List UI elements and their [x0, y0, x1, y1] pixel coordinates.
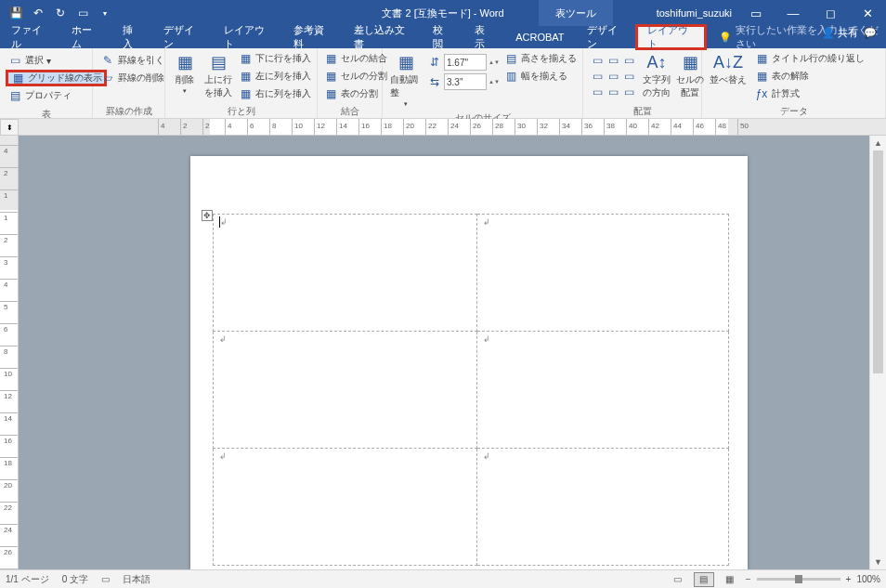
align-bl-button[interactable]: ▭ [590, 85, 605, 99]
align-mc-button[interactable]: ▭ [606, 69, 620, 84]
group-draw-label: 罫線の作成 [93, 105, 164, 118]
merge-icon: ▦ [323, 51, 338, 66]
zoom-level[interactable]: 100% [856, 574, 880, 584]
scroll-up-icon[interactable]: ▲ [870, 136, 886, 150]
share-button[interactable]: 👤 共有 [822, 26, 858, 40]
align-ml-button[interactable]: ▭ [590, 69, 605, 84]
status-words[interactable]: 0 文字 [62, 573, 88, 586]
zoom-out-button[interactable]: − [746, 574, 751, 584]
redo-icon[interactable]: ↻ [50, 3, 71, 23]
zoom-in-button[interactable]: + [846, 574, 852, 584]
status-proofing-icon[interactable]: ▭ [101, 574, 110, 584]
delete-button[interactable]: ▦削除▾ [169, 50, 201, 97]
undo-icon[interactable]: ↶ [28, 3, 48, 23]
tab-insert[interactable]: 挿入 [111, 26, 152, 48]
tab-references[interactable]: 参考資料 [282, 26, 343, 48]
ruler-corner[interactable]: ⬍ [0, 119, 19, 136]
tab-review[interactable]: 校閲 [422, 26, 463, 48]
text-direction-button[interactable]: A↕文字列の方向 [641, 50, 672, 101]
height-spinner[interactable]: ▲▼ [489, 59, 500, 65]
table-move-handle[interactable]: ✥ [202, 210, 213, 221]
view-read-mode-button[interactable]: ▭ [668, 572, 688, 587]
align-bc-button[interactable]: ▭ [606, 85, 620, 99]
table-cell[interactable]: ↲ [476, 332, 728, 449]
draw-table-button[interactable]: ✎罫線を引く [98, 52, 166, 69]
ribbon-options-icon[interactable]: ▭ [737, 0, 775, 26]
split-icon: ▦ [323, 69, 338, 84]
cursor-icon: ▭ [7, 53, 22, 68]
status-page[interactable]: 1/1 ページ [6, 573, 49, 586]
convert-to-text-button[interactable]: ▦表の解除 [752, 68, 866, 85]
tab-view[interactable]: 表示 [463, 26, 504, 48]
align-tr-button[interactable]: ▭ [621, 53, 636, 68]
width-spinner[interactable]: ▲▼ [489, 79, 500, 85]
vertical-scrollbar[interactable]: ▲ ▼ [869, 136, 886, 569]
close-icon[interactable]: ✕ [849, 0, 886, 26]
status-language[interactable]: 日本語 [123, 573, 150, 586]
comments-icon[interactable]: 💬 [864, 27, 877, 39]
split-cells-button[interactable]: ▦セルの分割 [321, 68, 389, 85]
distribute-cols-button[interactable]: ▥幅を揃える [502, 68, 579, 85]
zoom-slider[interactable] [757, 578, 840, 581]
align-br-button[interactable]: ▭ [621, 85, 636, 99]
formula-icon: ƒx [754, 86, 769, 101]
table-cell[interactable]: ↲ [476, 449, 728, 566]
sort-icon: A↓Z [718, 52, 738, 72]
user-name[interactable]: toshifumi_suzuki [657, 7, 732, 19]
tab-mailings[interactable]: 差し込み文書 [343, 26, 422, 48]
table-cell[interactable]: ↲ [214, 215, 477, 332]
document-table[interactable]: ↲ ↲ ↲ ↲ ↲ ↲ [213, 214, 729, 566]
insert-above-button[interactable]: ▤上に行を挿入 [202, 50, 234, 101]
save-icon[interactable]: 💾 [6, 3, 26, 23]
tab-layout[interactable]: レイアウト [213, 26, 282, 48]
view-gridlines-button[interactable]: ▦グリッド線の表示 [6, 70, 107, 86]
tab-home[interactable]: ホーム [60, 26, 111, 48]
insert-below-button[interactable]: ▦下に行を挿入 [236, 50, 313, 67]
autofit-button[interactable]: ▦自動調整▾ [386, 50, 425, 110]
tab-file[interactable]: ファイル [0, 26, 60, 48]
page[interactable]: ✥ ↲ ↲ ↲ ↲ ↲ ↲ [190, 156, 748, 569]
vertical-ruler[interactable]: 421123456810121416182022242628 [0, 136, 19, 569]
insert-left-button[interactable]: ▦左に列を挿入 [236, 68, 313, 85]
tab-table-layout[interactable]: レイアウト [635, 24, 707, 50]
table-cell[interactable]: ↲ [476, 215, 728, 332]
align-tc-button[interactable]: ▭ [606, 53, 620, 68]
insert-above-icon: ▤ [208, 52, 228, 72]
minimize-icon[interactable]: — [775, 0, 812, 26]
properties-button[interactable]: ▤プロパティ [6, 87, 107, 104]
tab-table-design[interactable]: デザイン [576, 26, 636, 48]
view-print-layout-button[interactable]: ▤ [694, 572, 714, 587]
row-height-input[interactable]: 1.67" [444, 54, 487, 71]
qat-customize-icon[interactable]: ▾ [95, 3, 115, 23]
merge-cells-button[interactable]: ▦セルの結合 [321, 50, 389, 67]
insert-right-button[interactable]: ▦右に列を挿入 [236, 85, 313, 102]
document-canvas[interactable]: ✥ ↲ ↲ ↲ ↲ ↲ ↲ [19, 136, 869, 569]
view-web-layout-button[interactable]: ▦ [720, 572, 740, 587]
align-mr-button[interactable]: ▭ [621, 69, 636, 84]
table-cell[interactable]: ↲ [214, 449, 477, 566]
select-button[interactable]: ▭選択▾ [6, 52, 107, 69]
eraser-button[interactable]: ▱罫線の削除 [98, 70, 166, 86]
maximize-icon[interactable]: ◻ [812, 0, 849, 26]
sort-button[interactable]: A↓Z並べ替え [706, 50, 750, 88]
distribute-rows-button[interactable]: ▤高さを揃える [502, 50, 579, 67]
scroll-down-icon[interactable]: ▼ [870, 555, 886, 569]
tab-design[interactable]: デザイン [152, 26, 213, 48]
group-merge-label: 結合 [318, 105, 382, 118]
align-tl-button[interactable]: ▭ [590, 53, 605, 68]
text-dir-icon: A↕ [646, 52, 667, 72]
touch-mode-icon[interactable]: ▭ [72, 3, 93, 23]
formula-button[interactable]: ƒx計算式 [752, 85, 866, 102]
repeat-header-button[interactable]: ▦タイトル行の繰り返し [752, 50, 866, 67]
properties-icon: ▤ [7, 88, 22, 103]
insert-below-icon: ▦ [238, 51, 253, 66]
convert-icon: ▦ [754, 69, 769, 84]
cell-margins-button[interactable]: ▦セルの配置 [674, 50, 706, 101]
scroll-thumb[interactable] [873, 150, 883, 373]
split-table-icon: ▦ [323, 86, 338, 101]
split-table-button[interactable]: ▦表の分割 [321, 85, 389, 102]
horizontal-ruler[interactable]: 4224681012141618202224262830323436384042… [19, 119, 886, 136]
col-width-input[interactable]: 3.3" [444, 73, 487, 90]
tab-acrobat[interactable]: ACROBAT [504, 26, 575, 48]
table-cell[interactable]: ↲ [214, 332, 477, 449]
